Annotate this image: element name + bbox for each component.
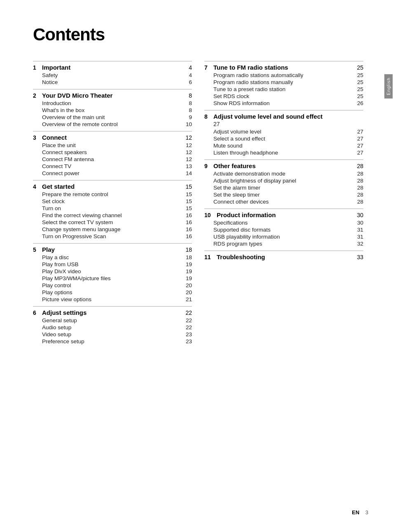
item-page: 23 xyxy=(184,331,192,337)
item-page: 10 xyxy=(184,121,192,127)
item-page: 16 xyxy=(184,212,192,218)
list-item: Introduction8 xyxy=(42,100,192,107)
section-page-9: 28 xyxy=(355,163,363,169)
item-page: 19 xyxy=(184,268,192,274)
section-title-3: Connect xyxy=(42,134,184,141)
section-items-3: Place the unit12Connect speakers12Connec… xyxy=(33,142,192,177)
item-label: Find the correct viewing channel xyxy=(42,212,184,218)
item-page: 22 xyxy=(184,324,192,330)
item-page: 31 xyxy=(355,227,363,233)
list-item: Mute sound27 xyxy=(213,142,363,149)
item-label: Set the sleep timer xyxy=(213,192,355,198)
item-page: 28 xyxy=(355,199,363,205)
section-title-1: Important xyxy=(42,64,184,71)
section-items-10: Specifications30Supported disc formats31… xyxy=(204,219,363,247)
list-item: USB playability information31 xyxy=(213,233,363,240)
list-item: Turn on15 xyxy=(42,205,192,212)
page: Contents 1Important4Safety4Notice62Your … xyxy=(0,0,393,532)
list-item: Find the correct viewing channel16 xyxy=(42,212,192,219)
item-label: Notice xyxy=(42,79,184,85)
footer-page: 3 xyxy=(365,509,368,516)
item-label: Play MP3/WMA/picture files xyxy=(42,275,184,281)
list-item: Overview of the remote control10 xyxy=(42,121,192,128)
section-number-11: 11 xyxy=(204,254,217,260)
section-number-7: 7 xyxy=(204,64,213,71)
section-header-10: 10Product information30 xyxy=(204,209,363,218)
list-item: Activate demonstration mode28 xyxy=(213,170,363,177)
item-page: 19 xyxy=(184,275,192,281)
section-items-9: Activate demonstration mode28Adjust brig… xyxy=(204,170,363,205)
item-label: Connect FM antenna xyxy=(42,156,184,162)
item-page: 22 xyxy=(184,317,192,323)
item-page: 12 xyxy=(184,156,192,162)
page-title: Contents xyxy=(33,25,363,45)
list-item: Program radio stations automatically25 xyxy=(213,72,363,79)
item-label: Play a disc xyxy=(42,254,184,260)
list-item: Notice6 xyxy=(42,79,192,86)
section-7: 7Tune to FM radio stations25Program radi… xyxy=(204,61,363,107)
section-2: 2Your DVD Micro Theater8Introduction8Wha… xyxy=(33,89,192,128)
list-item: Set the alarm timer28 xyxy=(213,184,363,191)
item-label: What's in the box xyxy=(42,107,184,113)
language-tab: English xyxy=(384,74,393,98)
item-page: 21 xyxy=(184,296,192,302)
list-item: Supported disc formats31 xyxy=(213,226,363,233)
list-item: Connect other devices28 xyxy=(213,198,363,205)
item-page: 9 xyxy=(184,114,192,120)
item-label: Audio setup xyxy=(42,324,184,330)
section-header-4: 4Get started15 xyxy=(33,180,192,190)
list-item: Prepare the remote control15 xyxy=(42,191,192,198)
section-number-2: 2 xyxy=(33,92,42,99)
two-col-layout: 1Important4Safety4Notice62Your DVD Micro… xyxy=(33,61,363,507)
section-9: 9Other features28Activate demonstration … xyxy=(204,159,363,205)
item-label: Adjust brightness of display panel xyxy=(213,178,355,184)
item-label: Mute sound xyxy=(213,143,355,149)
section-title-2: Your DVD Micro Theater xyxy=(42,92,184,99)
section-items-4: Prepare the remote control15Set clock15T… xyxy=(33,191,192,240)
section-number-4: 4 xyxy=(33,183,42,190)
section-page-4: 15 xyxy=(184,183,192,190)
item-page: 8 xyxy=(184,107,192,113)
section-number-5: 5 xyxy=(33,246,42,253)
list-item: Turn on Progressive Scan16 xyxy=(42,233,192,240)
item-label: Activate demonstration mode xyxy=(213,171,355,177)
item-page: 19 xyxy=(184,261,192,267)
section-11: 11Troubleshooting33 xyxy=(204,251,363,260)
section-number-10: 10 xyxy=(204,212,217,218)
item-page: 23 xyxy=(184,338,192,345)
item-page: 18 xyxy=(184,254,192,260)
list-item: Adjust volume level27 xyxy=(213,128,363,135)
item-label: Supported disc formats xyxy=(213,227,355,233)
section-5: 5Play18Play a disc18Play from USB19Play … xyxy=(33,243,192,303)
item-label: Program radio stations automatically xyxy=(213,72,355,78)
item-page: 14 xyxy=(184,170,192,176)
section-title-10: Product information xyxy=(217,211,355,218)
section-title-8: Adjust volume level and sound effect xyxy=(213,113,363,120)
section-3: 3Connect12Place the unit12Connect speake… xyxy=(33,131,192,177)
section-6: 6Adjust settings22General setup22Audio s… xyxy=(33,306,192,345)
item-label: Set the alarm timer xyxy=(213,185,355,191)
item-label: Set RDS clock xyxy=(213,93,355,99)
item-label: Preference setup xyxy=(42,338,184,345)
item-label: USB playability information xyxy=(213,234,355,240)
item-page: 6 xyxy=(184,79,192,85)
section-items-7: Program radio stations automatically25Pr… xyxy=(204,72,363,107)
item-page: 20 xyxy=(184,282,192,288)
section-number-9: 9 xyxy=(204,163,213,169)
list-item: Place the unit12 xyxy=(42,142,192,149)
item-label: RDS program types xyxy=(213,241,355,247)
list-item: Show RDS information26 xyxy=(213,100,363,107)
section-header-9: 9Other features28 xyxy=(204,159,363,169)
item-label: Select the correct TV system xyxy=(42,219,184,225)
list-item: Select a sound effect27 xyxy=(213,135,363,142)
list-item: Picture view options21 xyxy=(42,296,192,303)
item-label: Connect other devices xyxy=(213,199,355,205)
item-label: General setup xyxy=(42,317,184,323)
list-item: Select the correct TV system16 xyxy=(42,219,192,226)
item-page: 25 xyxy=(355,72,363,78)
section-number-6: 6 xyxy=(33,309,42,316)
item-page: 32 xyxy=(355,241,363,247)
item-label: Connect TV xyxy=(42,163,184,169)
section-title-9: Other features xyxy=(213,162,355,169)
item-page: 16 xyxy=(184,219,192,225)
